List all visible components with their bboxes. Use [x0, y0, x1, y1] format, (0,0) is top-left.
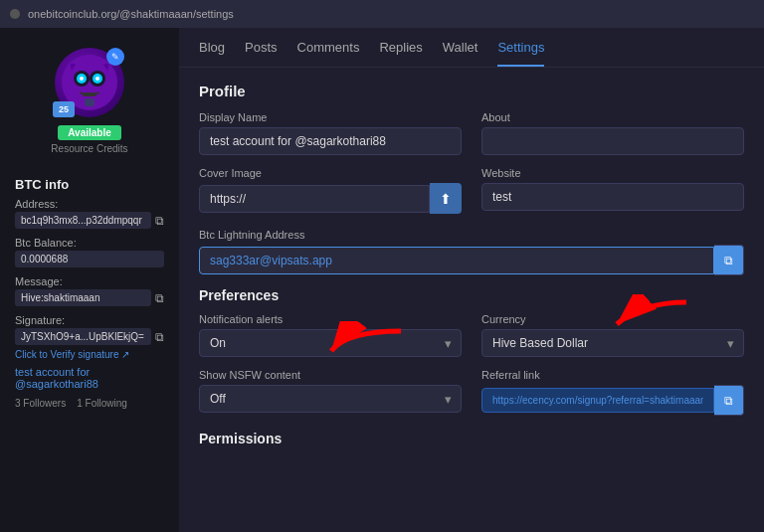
referral-group: Referral link ⧉ — [481, 369, 744, 416]
nsfw-group: Show NSFW content Off On — [199, 369, 462, 416]
profile-form-grid: Display Name About Cover Image ⬆ — [199, 111, 744, 214]
tab-wallet[interactable]: Wallet — [443, 40, 478, 67]
address-row: bc1q9h3mx8...p32ddmpqqr ⧉ — [15, 212, 164, 229]
cover-image-label: Cover Image — [199, 167, 462, 179]
referral-input-wrapper: ⧉ — [481, 385, 744, 416]
signature-row: JyTSXhO9+a...UpBKlEkjQ= ⧉ — [15, 328, 164, 345]
followers-count: 3 Followers — [15, 398, 66, 409]
profile-section-title: Profile — [199, 83, 744, 99]
tab-comments[interactable]: Comments — [297, 40, 360, 67]
upload-cover-button[interactable]: ⬆ — [430, 183, 462, 214]
notification-select[interactable]: On Off — [199, 329, 462, 357]
tab-settings[interactable]: Settings — [497, 40, 544, 67]
copy-signature-icon[interactable]: ⧉ — [155, 330, 164, 344]
svg-rect-7 — [83, 92, 96, 96]
preferences-title: Preferences — [199, 287, 744, 303]
main-layout: 25 ✎ Available Resource Credits BTC info… — [0, 28, 764, 532]
message-label: Message: — [15, 275, 164, 287]
permissions-title: Permissions — [199, 431, 744, 446]
website-group: Website — [481, 167, 744, 214]
currency-select[interactable]: Hive Based Dollar HIVE USD — [481, 329, 744, 357]
copy-btc-lightning-button[interactable]: ⧉ — [714, 245, 744, 275]
btc-balance-label: Btc Balance: — [15, 237, 164, 249]
notification-select-wrapper: On Off — [199, 329, 462, 357]
cover-image-input-wrapper: ⬆ — [199, 183, 462, 214]
referral-label: Referral link — [481, 369, 744, 381]
display-name-group: Display Name — [199, 111, 462, 155]
btc-lightning-input-wrapper: ⧉ — [199, 245, 744, 275]
btc-balance-row: 0.0000688 — [15, 251, 164, 267]
copy-message-icon[interactable]: ⧉ — [155, 291, 164, 305]
signature-value: JyTSXhO9+a...UpBKlEkjQ= — [15, 328, 151, 345]
about-label: About — [481, 111, 744, 123]
window-dot — [10, 9, 20, 19]
nsfw-select[interactable]: Off On — [199, 385, 462, 413]
website-label: Website — [481, 167, 744, 179]
currency-group: Currency Hive Based Dollar HIVE USD — [481, 313, 744, 357]
resource-credits-label: Resource Credits — [51, 143, 127, 154]
cover-image-group: Cover Image ⬆ — [199, 167, 462, 214]
preferences-form-grid: Notification alerts On Off Currency Hive… — [199, 313, 744, 416]
message-row: Hive:shaktimaaan ⧉ — [15, 289, 164, 306]
nsfw-select-wrapper: Off On — [199, 385, 462, 413]
avatar-section: 25 ✎ Available Resource Credits — [15, 48, 164, 154]
verify-link[interactable]: Click to Verify signature ↗ — [15, 349, 164, 360]
currency-select-wrapper: Hive Based Dollar HIVE USD — [481, 329, 744, 357]
tab-blog[interactable]: Blog — [199, 40, 225, 67]
notification-label: Notification alerts — [199, 313, 462, 325]
settings-panel: Profile Display Name About Cover Image — [179, 68, 764, 527]
website-input[interactable] — [481, 183, 744, 211]
about-group: About — [481, 111, 744, 155]
about-input[interactable] — [481, 127, 744, 155]
svg-rect-8 — [85, 98, 95, 106]
address-label: Address: — [15, 198, 164, 210]
display-name-label: Display Name — [199, 111, 462, 123]
nav-tabs: Blog Posts Comments Replies Wallet Setti… — [179, 28, 764, 68]
btc-lightning-label: Btc Lightning Address — [199, 229, 744, 241]
status-badge: Available — [58, 125, 121, 140]
preferences-title-text: eferences — [214, 287, 279, 303]
copy-address-icon[interactable]: ⧉ — [155, 214, 164, 228]
signature-label: Signature: — [15, 314, 164, 326]
avatar-wrapper: 25 ✎ — [55, 48, 124, 117]
display-name-input[interactable] — [199, 127, 462, 155]
btc-balance-value: 0.0000688 — [15, 251, 164, 267]
referral-input[interactable] — [481, 388, 714, 413]
url-bar: onebitcoinclub.org/@shaktimaaan/settings — [28, 8, 234, 20]
edit-avatar-icon[interactable]: ✎ — [106, 48, 124, 66]
btc-info-section: BTC info Address: bc1q9h3mx8...p32ddmpqq… — [15, 177, 164, 409]
copy-referral-button[interactable]: ⧉ — [714, 385, 744, 416]
currency-label: Currency — [481, 313, 744, 325]
tab-replies[interactable]: Replies — [379, 40, 422, 67]
btc-lightning-group: Btc Lightning Address ⧉ — [199, 229, 744, 275]
message-value: Hive:shaktimaaan — [15, 289, 151, 306]
sidebar: 25 ✎ Available Resource Credits BTC info… — [0, 28, 179, 532]
address-value: bc1q9h3mx8...p32ddmpqqr — [15, 212, 151, 229]
tab-posts[interactable]: Posts — [245, 40, 278, 67]
content-area: Blog Posts Comments Replies Wallet Setti… — [179, 28, 764, 532]
svg-point-6 — [96, 77, 99, 81]
svg-point-5 — [80, 77, 84, 81]
user-bio: test account for @sagarkothari88 — [15, 366, 164, 390]
nsfw-label: Show NSFW content — [199, 369, 462, 381]
btc-title: BTC info — [15, 177, 164, 192]
followers-row: 3 Followers 1 Following — [15, 398, 164, 409]
notification-group: Notification alerts On Off — [199, 313, 462, 357]
following-count: 1 Following — [77, 398, 127, 409]
cover-image-input[interactable] — [199, 185, 430, 213]
btc-lightning-input[interactable] — [199, 247, 714, 274]
titlebar: onebitcoinclub.org/@shaktimaaan/settings — [0, 0, 764, 28]
level-badge: 25 — [53, 101, 75, 117]
